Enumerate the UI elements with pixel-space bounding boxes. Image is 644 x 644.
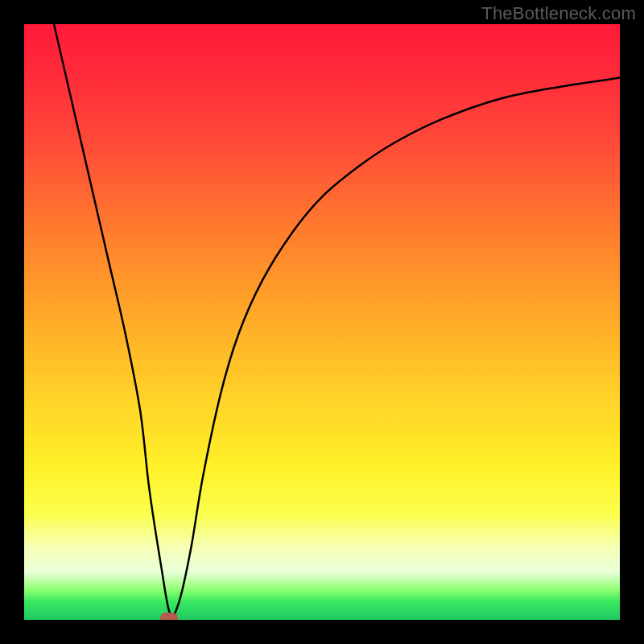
watermark-text: TheBottleneck.com [481,3,636,24]
bottleneck-curve [54,24,620,616]
chart-frame: TheBottleneck.com [0,0,644,644]
optimal-marker [160,613,178,620]
curve-svg [24,24,620,620]
plot-area [24,24,620,620]
